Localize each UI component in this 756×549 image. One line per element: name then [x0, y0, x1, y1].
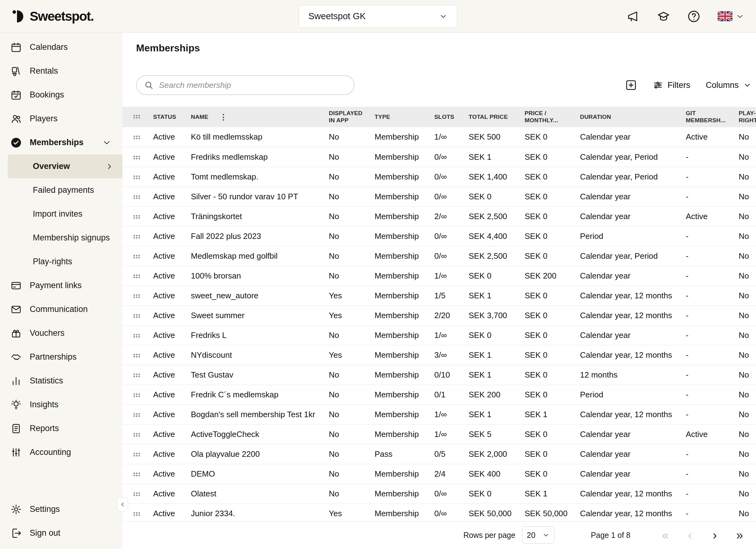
table-row-silver-50-rundor-varav-10-pt[interactable]: Active Silver - 50 rundor varav 10 PT No… — [122, 186, 756, 206]
table-row-demo[interactable]: Active DEMO No Membership 2/4 SEK 400 SE… — [122, 464, 756, 484]
sidebar-item-sign-out[interactable]: Sign out — [0, 521, 122, 545]
column-header-price-monthly[interactable]: PRICE / MONTHLY... — [525, 110, 565, 124]
announcements-icon[interactable] — [627, 10, 640, 23]
table-row-test-gustav[interactable]: Active Test Gustav No Membership 0/10 SE… — [122, 365, 756, 385]
table-row-tomt-medlemskap[interactable]: Active Tomt medlemskap. No Membership 0/… — [122, 167, 756, 186]
table-row-fall-2022-plus-2023[interactable]: Active Fall 2022 plus 2023 No Membership… — [122, 226, 756, 246]
drag-handle-icon[interactable] — [133, 294, 140, 298]
sidebar-subitem-import-invites[interactable]: Import invites — [0, 202, 122, 226]
cell-slots: 1/5 — [434, 286, 469, 306]
sidebar-collapse-button[interactable] — [117, 497, 128, 512]
drag-handle-icon[interactable] — [133, 274, 140, 279]
sidebar-subitem-play-rights[interactable]: Play-rights — [0, 250, 122, 273]
drag-handle-icon[interactable] — [133, 195, 140, 199]
drag-handle-icon[interactable] — [133, 393, 140, 397]
table-row-fredriks-medlemskap[interactable]: Active Fredriks medlemskap No Membership… — [122, 147, 756, 167]
drag-handle-icon[interactable] — [133, 472, 140, 477]
table-row-olatest[interactable]: Active Olatest No Membership 0/∞ SEK 0 S… — [122, 484, 756, 504]
table-row-fredriks-l[interactable]: Active Fredriks L No Membership 1/∞ SEK … — [122, 325, 756, 345]
drag-handle-icon[interactable] — [133, 314, 140, 318]
rows-per-page-select[interactable]: 20 — [522, 526, 554, 544]
search-input[interactable] — [158, 80, 350, 90]
column-header-duration[interactable]: DURATION — [580, 114, 611, 120]
table-row-nydiscount[interactable]: Active NYdiscount Yes Membership 3/∞ SEK… — [122, 345, 756, 365]
drag-handle-icon[interactable] — [133, 453, 140, 457]
sidebar-item-payment-links[interactable]: Payment links — [0, 273, 122, 298]
filters-button[interactable]: Filters — [653, 80, 690, 90]
column-menu-icon[interactable]: ⋮ — [220, 112, 227, 122]
sidebar-item-statistics[interactable]: Statistics — [0, 369, 122, 393]
drag-handle-icon[interactable] — [133, 334, 140, 338]
sweetspot-logo[interactable]: Sweetspot. — [12, 9, 94, 24]
drag-handle-icon[interactable] — [133, 433, 140, 437]
column-header-git-membership[interactable]: GIT MEMBERSH... — [686, 110, 727, 124]
drag-handle-icon[interactable] — [133, 354, 140, 358]
column-header-displayed-in-app[interactable]: DISPLAYED IN APP — [329, 110, 370, 124]
help-icon[interactable] — [687, 10, 700, 23]
drag-handle-icon[interactable] — [133, 512, 140, 516]
next-page-button[interactable]: › — [707, 527, 723, 543]
sidebar-item-vouchers[interactable]: Vouchers — [0, 321, 122, 345]
cell-duration: Calendar year — [580, 464, 686, 484]
sidebar-item-bookings[interactable]: Bookings — [0, 83, 122, 107]
club-selector[interactable]: Sweetspot GK — [299, 5, 457, 28]
column-header-name[interactable]: NAME — [191, 114, 208, 121]
drag-handle-icon[interactable] — [133, 373, 140, 378]
columns-button[interactable]: Columns — [706, 80, 752, 90]
table-row-k-till-medlemsskap[interactable]: Active Kö till medlemsskap No Membership… — [122, 127, 756, 147]
table-row-activetogglecheck[interactable]: Active ActiveToggleCheck No Membership 1… — [122, 424, 756, 444]
sidebar-item-players[interactable]: Players — [0, 107, 122, 131]
sidebar-subitem-failed-payments[interactable]: Failed payments — [0, 178, 122, 202]
sidebar-item-memberships[interactable]: Memberships — [0, 131, 122, 154]
table-row-tr-ningskortet[interactable]: Active Träningskortet No Membership 2/∞ … — [122, 206, 756, 226]
cell-slots: 3/∞ — [434, 345, 469, 365]
column-header-slots[interactable]: SLOTS — [434, 114, 454, 120]
sidebar-item-communication[interactable]: Communication — [0, 298, 122, 321]
cell-git-membership: - — [686, 504, 739, 521]
cell-displayed-in-app: Yes — [329, 286, 375, 306]
learning-icon[interactable] — [657, 10, 670, 23]
sidebar-item-calendars[interactable]: Calendars — [0, 35, 122, 59]
drag-handle-icon[interactable] — [133, 234, 140, 239]
table-row-medlemskap-med-golfbil[interactable]: Active Medlemskap med golfbil No Members… — [122, 246, 756, 266]
sidebar-item-reports[interactable]: Reports — [0, 417, 122, 440]
language-selector[interactable] — [718, 11, 744, 21]
column-header-type[interactable]: TYPE — [375, 114, 390, 120]
sidebar-item-partnerships[interactable]: Partnerships — [0, 345, 122, 369]
table-row-100-brorsan[interactable]: Active 100% brorsan No Membership 1/∞ SE… — [122, 266, 756, 286]
cell-slots: 2/20 — [434, 306, 469, 325]
sidebar-item-settings[interactable]: Settings — [0, 497, 122, 521]
drag-handle-icon[interactable] — [133, 215, 140, 219]
last-page-button[interactable]: » — [731, 527, 748, 543]
cell-displayed-in-app: No — [329, 186, 375, 206]
table-row-bogdan-s-sell-membership-test-1kr[interactable]: Active Bogdan's sell membership Test 1kr… — [122, 405, 756, 424]
sidebar-item-rentals[interactable]: Rentals — [0, 59, 122, 83]
cell-type: Membership — [375, 365, 434, 385]
drag-handle-icon[interactable] — [133, 175, 140, 179]
cell-duration: Calendar year, 12 months — [580, 306, 686, 325]
table-row-junior-2334[interactable]: Active Junior 2334. Yes Membership 0/∞ S… — [122, 504, 756, 521]
column-header-play-right[interactable]: PLAY-RIGHT — [739, 110, 756, 123]
cell-type: Membership — [375, 147, 434, 167]
drag-handle-icon[interactable] — [133, 254, 140, 259]
sidebar-subitem-overview[interactable]: Overview — [8, 154, 122, 178]
sidebar-item-accounting[interactable]: Accounting — [0, 440, 122, 464]
table-row-ola-playvalue-2200[interactable]: Active Ola playvalue 2200 No Pass 0/5 SE… — [122, 444, 756, 464]
cell-name: DEMO — [191, 464, 329, 484]
sidebar-item-insights[interactable]: Insights — [0, 393, 122, 417]
prev-page-button[interactable]: ‹ — [682, 527, 698, 543]
drag-handle-icon[interactable] — [133, 155, 140, 160]
column-header-total-price[interactable]: TOTAL PRICE — [469, 114, 508, 120]
cell-name: Ola playvalue 2200 — [191, 444, 329, 464]
drag-handle-icon[interactable] — [133, 135, 140, 139]
add-membership-button[interactable] — [625, 79, 637, 91]
drag-handle-icon[interactable] — [133, 413, 140, 417]
table-row-sweet-summer[interactable]: Active Sweet summer Yes Membership 2/20 … — [122, 306, 756, 325]
search-icon — [144, 80, 153, 90]
table-row-sweet-new-autore[interactable]: Active sweet_new_autore Yes Membership 1… — [122, 286, 756, 306]
sidebar-subitem-membership-signups[interactable]: Membership signups — [0, 226, 122, 250]
column-header-status[interactable]: STATUS — [153, 114, 176, 120]
first-page-button[interactable]: « — [657, 527, 674, 543]
table-row-fredrik-c-s-medlemskap[interactable]: Active Fredrik C´s medlemskap No Members… — [122, 385, 756, 405]
drag-handle-icon[interactable] — [133, 492, 140, 496]
